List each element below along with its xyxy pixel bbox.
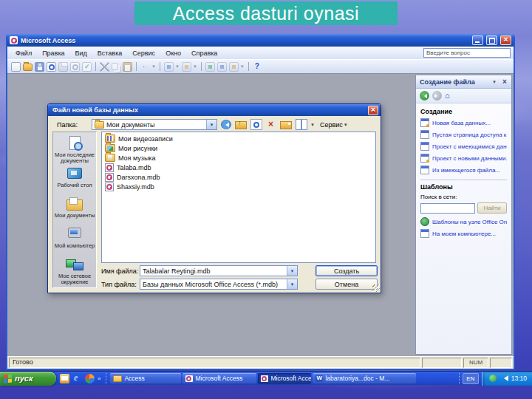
link-label: На моем компьютере... [432, 231, 496, 237]
analyze-dropdown-icon[interactable] [193, 64, 197, 69]
spelling-icon[interactable] [82, 62, 92, 72]
office-online-icon [420, 217, 429, 226]
new-file-icon[interactable] [11, 62, 21, 72]
cut-icon[interactable] [100, 62, 109, 72]
window-titlebar[interactable]: Microsoft Access [7, 34, 514, 47]
analyze-icon[interactable] [182, 62, 191, 72]
list-item[interactable]: Talaba.mdb [103, 163, 375, 172]
project-new-icon [420, 154, 429, 163]
place-desktop[interactable]: Рабочий стол [53, 166, 96, 196]
undo-icon[interactable] [140, 62, 150, 72]
link-office-online-templates[interactable]: Шаблоны на узле Office Online [420, 217, 507, 226]
minimize-button[interactable] [472, 35, 483, 45]
folder-dropdown-icon[interactable] [206, 120, 216, 129]
list-item[interactable]: Мои рисунки [103, 143, 375, 153]
delete-icon[interactable] [266, 120, 276, 129]
list-item[interactable]: Darsxona.mdb [103, 172, 375, 182]
list-item[interactable]: Shaxsiy.mdb [103, 182, 375, 191]
link-on-my-computer[interactable]: На моем компьютере... [420, 229, 507, 238]
resize-grip[interactable] [372, 284, 380, 292]
filename-combobox[interactable]: Talabalar Reytingi.mdb [140, 265, 298, 276]
help-icon[interactable] [253, 62, 262, 72]
section-templates: Шаблоны [420, 183, 507, 191]
internet-explorer-icon[interactable] [72, 374, 82, 383]
new-object-icon[interactable] [229, 62, 239, 72]
quicklaunch-chevron-icon[interactable] [98, 375, 100, 382]
start-button[interactable]: пуск [0, 372, 56, 386]
dialog-close-icon[interactable] [368, 106, 378, 115]
back-icon[interactable] [221, 120, 231, 129]
ask-question-input[interactable] [423, 48, 511, 58]
place-recent-documents[interactable]: Мои последние документы [53, 136, 96, 166]
language-indicator[interactable]: EN [463, 373, 479, 384]
print-icon[interactable] [58, 62, 68, 72]
save-icon[interactable] [35, 62, 44, 72]
menu-insert[interactable]: Вставка [92, 48, 127, 58]
filename-row: Имя файла: Talabalar Reytingi.mdb [101, 265, 298, 276]
menu-help[interactable]: Справка [186, 48, 222, 58]
search-online-input[interactable] [420, 203, 475, 214]
search-web-icon[interactable] [250, 119, 262, 130]
taskpane-forward-icon[interactable] [432, 91, 442, 100]
mail-quicklaunch-icon[interactable] [60, 374, 69, 383]
link-project-new-data[interactable]: Проект с новыми данными... [420, 154, 507, 163]
up-one-level-icon[interactable] [235, 121, 247, 129]
close-button[interactable] [500, 35, 511, 45]
taskpane-menu-icon[interactable] [490, 78, 499, 86]
link-project-existing-data[interactable]: Проект с имеющимися данными.. [420, 142, 507, 151]
menu-file[interactable]: Файл [10, 48, 37, 58]
my-documents-icon [65, 197, 84, 211]
dialog-title: Файл новой базы данных [52, 106, 368, 114]
hyperlink-dropdown-icon[interactable] [175, 64, 180, 69]
print-preview-icon[interactable] [70, 62, 80, 72]
link-new-database[interactable]: Новая база данных... [420, 118, 507, 127]
place-my-documents[interactable]: Мои документы [53, 197, 96, 226]
copy-icon[interactable] [112, 63, 118, 70]
toolbar-separator [160, 62, 160, 71]
open-icon[interactable] [23, 64, 33, 71]
dialog-titlebar[interactable]: Файл новой базы данных [48, 104, 381, 116]
place-label: Рабочий стол [53, 183, 96, 188]
menu-window[interactable]: Окно [160, 48, 186, 58]
taskbar-button-word-doc[interactable]: labaratoriya...doc - M... [313, 373, 416, 384]
taskpane-home-icon[interactable] [445, 91, 450, 100]
taskbar-button-msaccess-active[interactable]: Microsoft Access [258, 373, 311, 384]
paste-icon[interactable] [123, 62, 132, 72]
menu-view[interactable]: Вид [70, 48, 92, 58]
taskbar-button-access-folder[interactable]: Access [110, 373, 181, 384]
tray-status-icon[interactable] [489, 375, 497, 382]
place-my-computer[interactable]: Мой компьютер [53, 227, 96, 256]
volume-icon[interactable] [501, 375, 508, 381]
properties-icon[interactable] [217, 62, 227, 72]
filetype-dropdown-icon[interactable] [287, 279, 297, 289]
create-button[interactable]: Создать [316, 265, 378, 276]
taskpane-back-icon[interactable] [420, 91, 429, 100]
cancel-button[interactable]: Отмена [316, 279, 378, 290]
views-dropdown-icon[interactable] [310, 123, 315, 127]
list-item[interactable]: Мои видеозаписи [103, 134, 375, 143]
media-player-icon[interactable] [85, 374, 95, 383]
taskpane-close-icon[interactable] [500, 78, 509, 86]
tools-menu[interactable]: Сервис [320, 121, 348, 129]
network-places-icon [65, 257, 84, 272]
place-network[interactable]: Мое сетевое окружение [53, 257, 96, 287]
folder-combobox[interactable]: Мои документы [92, 119, 217, 130]
insert-hyperlink-icon[interactable] [164, 62, 174, 72]
menu-edit[interactable]: Правка [37, 48, 69, 58]
filename-dropdown-icon[interactable] [287, 266, 297, 276]
taskbar-button-msaccess-1[interactable]: Microsoft Access [183, 373, 256, 384]
link-from-existing-file[interactable]: Из имеющегося файла... [420, 166, 507, 174]
taskbar-clock[interactable]: 13:10 [511, 375, 527, 382]
views-icon[interactable] [296, 119, 307, 130]
filetype-combobox[interactable]: Базы данных Microsoft Office Access (*.m… [140, 279, 298, 290]
file-search-icon[interactable] [47, 62, 56, 72]
link-blank-data-page[interactable]: Пустая страница доступа к дан [420, 130, 507, 139]
restore-button[interactable] [486, 35, 497, 45]
new-folder-icon[interactable] [280, 121, 292, 129]
code-icon[interactable] [205, 62, 215, 72]
undo-dropdown-icon[interactable] [151, 64, 156, 69]
list-item[interactable]: Моя музыка [103, 153, 375, 163]
menu-tools[interactable]: Сервис [127, 48, 160, 58]
new-object-dropdown-icon[interactable] [240, 64, 245, 69]
find-button[interactable]: Найти [477, 202, 507, 214]
